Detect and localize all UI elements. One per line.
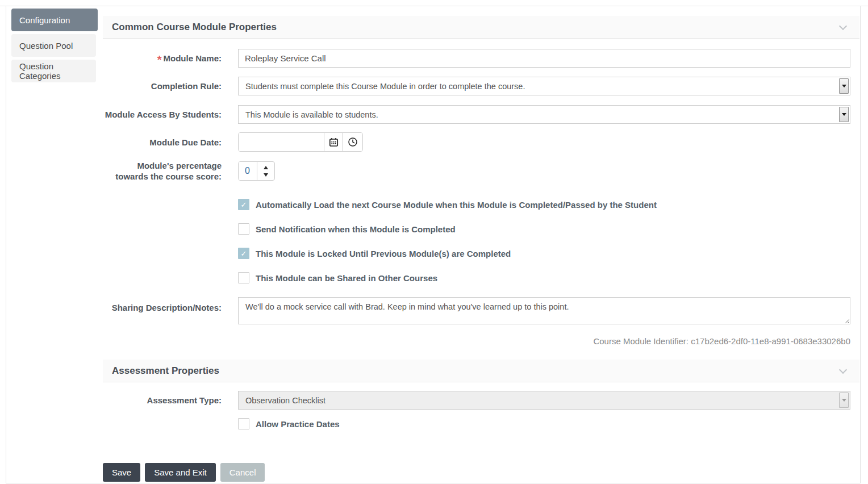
assessment-type-label: Assessment Type: — [103, 395, 222, 406]
allow-practice-dates-label: Allow Practice Dates — [256, 418, 340, 430]
section-title: Assessment Properties — [112, 365, 840, 377]
sharing-description-label: Sharing Description/Notes: — [103, 297, 222, 313]
course-module-identifier: Course Module Identifier: c17b2ed6-2df0-… — [103, 336, 859, 346]
module-due-date-input[interactable] — [239, 133, 324, 151]
spinner-down-icon[interactable] — [264, 173, 268, 177]
auto-load-checkbox-row: ✓ Automatically Load the next Course Mod… — [238, 199, 859, 211]
completion-rule-select[interactable]: Students must complete this Course Modul… — [238, 77, 850, 95]
chevron-down-icon[interactable] — [839, 365, 847, 373]
module-due-date-label: Module Due Date: — [103, 137, 222, 148]
sidebar: Configuration Question Pool Question Cat… — [11, 9, 98, 85]
sidebar-item-question-pool[interactable]: Question Pool — [11, 34, 96, 57]
assessment-type-row: Assessment Type: Observation Checklist — [103, 391, 859, 410]
auto-load-checkbox[interactable]: ✓ — [238, 199, 249, 210]
module-percentage-input[interactable] — [239, 162, 257, 180]
module-access-label: Module Access By Students: — [103, 109, 222, 120]
locked-until-previous-checkbox[interactable]: ✓ — [238, 248, 249, 259]
calendar-button[interactable] — [324, 133, 343, 151]
assessment-type-value: Observation Checklist — [245, 396, 326, 405]
sidebar-item-label: Configuration — [19, 15, 70, 25]
save-and-exit-button[interactable]: Save and Exit — [145, 463, 216, 482]
shared-in-other-courses-checkbox-row: ✓ This Module can be Shared in Other Cou… — [238, 272, 859, 284]
sidebar-item-configuration[interactable]: Configuration — [11, 9, 98, 31]
send-notification-checkbox-label: Send Notification when this Module is Co… — [256, 223, 456, 235]
completion-rule-label: Completion Rule: — [103, 81, 222, 91]
sidebar-item-question-categories[interactable]: Question Categories — [11, 60, 96, 82]
sidebar-item-label: Question Categories — [19, 61, 96, 81]
calendar-icon — [329, 137, 339, 147]
completion-rule-value: Students must complete this Course Modul… — [245, 82, 525, 91]
main-content: Common Course Module Properties *Module … — [103, 6, 859, 482]
module-percentage-label: Module's percentage towards the course s… — [103, 160, 222, 182]
locked-until-previous-checkbox-row: ✓ This Module is Locked Until Previous M… — [238, 248, 859, 260]
section-header-common: Common Course Module Properties — [103, 16, 859, 39]
module-name-input[interactable] — [238, 49, 850, 68]
required-asterisk-icon: * — [157, 53, 162, 66]
clock-icon — [348, 137, 358, 147]
action-buttons: Save Save and Exit Cancel — [103, 463, 859, 482]
dropdown-arrow-icon[interactable] — [839, 107, 849, 122]
module-access-select[interactable]: This Module is available to students. — [238, 105, 850, 124]
dropdown-arrow-icon — [839, 393, 849, 408]
section-title: Common Course Module Properties — [112, 22, 840, 33]
sharing-description-textarea[interactable]: We'll do a mock service call with Brad. … — [238, 297, 850, 324]
locked-until-previous-checkbox-label: This Module is Locked Until Previous Mod… — [256, 248, 511, 260]
section-header-assessment: Assessment Properties — [103, 360, 859, 382]
dropdown-arrow-icon[interactable] — [839, 78, 849, 94]
save-button[interactable]: Save — [103, 463, 140, 482]
sidebar-item-label: Question Pool — [19, 41, 73, 51]
module-percentage-row: Module's percentage towards the course s… — [103, 160, 859, 182]
module-due-date-row: Module Due Date: — [103, 132, 859, 152]
chevron-down-icon[interactable] — [839, 22, 847, 30]
sharing-description-row: Sharing Description/Notes: We'll do a mo… — [103, 297, 859, 327]
module-percentage-spinner — [238, 161, 275, 181]
send-notification-checkbox-row: ✓ Send Notification when this Module is … — [238, 223, 859, 235]
assessment-type-select: Observation Checklist — [238, 391, 850, 410]
module-due-date-group — [238, 132, 363, 152]
auto-load-checkbox-label: Automatically Load the next Course Modul… — [256, 199, 657, 211]
spinner-up-icon[interactable] — [264, 166, 268, 169]
allow-practice-dates-row: ✓ Allow Practice Dates — [238, 418, 859, 430]
spinner-arrows — [257, 162, 274, 180]
time-button[interactable] — [343, 133, 362, 151]
module-access-value: This Module is available to students. — [245, 110, 378, 119]
module-access-row: Module Access By Students: This Module i… — [103, 105, 859, 124]
send-notification-checkbox[interactable]: ✓ — [238, 223, 249, 235]
allow-practice-dates-checkbox[interactable]: ✓ — [238, 418, 249, 429]
page-container: Configuration Question Pool Question Cat… — [6, 6, 861, 483]
shared-in-other-courses-checkbox[interactable]: ✓ — [238, 272, 249, 283]
module-name-row: *Module Name: — [103, 49, 859, 68]
completion-rule-row: Completion Rule: Students must complete … — [103, 77, 859, 95]
cancel-button[interactable]: Cancel — [220, 463, 265, 482]
shared-in-other-courses-checkbox-label: This Module can be Shared in Other Cours… — [256, 272, 437, 284]
module-name-label: *Module Name: — [103, 53, 222, 64]
